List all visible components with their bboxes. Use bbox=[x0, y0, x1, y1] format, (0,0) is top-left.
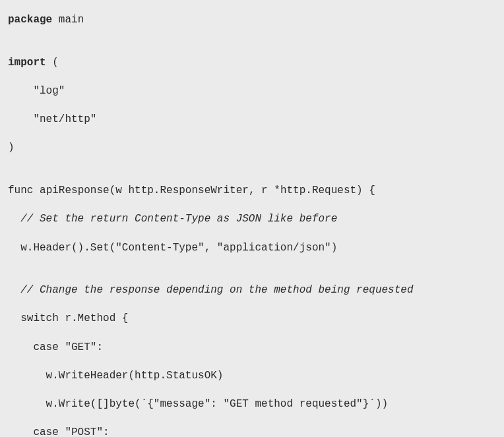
code-line-comment: // Set the return Content-Type as JSON l… bbox=[8, 212, 496, 227]
text: ( bbox=[46, 57, 59, 69]
text: func bbox=[8, 185, 40, 196]
code-line: case "POST": bbox=[8, 426, 496, 437]
code-line: switch r.Method { bbox=[8, 312, 496, 326]
code-line: func apiResponse(w http.ResponseWriter, … bbox=[8, 184, 496, 198]
code-line: w.Header().Set("Content-Type", "applicat… bbox=[8, 241, 496, 256]
text: piResponse(w http.ResponseWriter, r *htt… bbox=[46, 185, 375, 196]
code-line: case "GET": bbox=[8, 341, 496, 355]
keyword-package: package bbox=[8, 14, 52, 26]
cursor-char: a bbox=[40, 185, 46, 196]
code-line: w.WriteHeader(http.StatusOK) bbox=[8, 369, 496, 384]
code-line: package main bbox=[8, 13, 496, 28]
code-line: "net/http" bbox=[8, 113, 496, 127]
code-line: import ( bbox=[8, 56, 496, 71]
code-line: "log" bbox=[8, 84, 496, 99]
keyword-import: import bbox=[8, 57, 46, 69]
code-block: package main import ( "log" "net/http" )… bbox=[8, 13, 496, 437]
text: main bbox=[52, 14, 84, 26]
code-line-comment: // Change the response depending on the … bbox=[8, 283, 496, 298]
code-line: w.Write([]byte(`{"message": "GET method … bbox=[8, 397, 496, 412]
code-line: ) bbox=[8, 141, 496, 156]
